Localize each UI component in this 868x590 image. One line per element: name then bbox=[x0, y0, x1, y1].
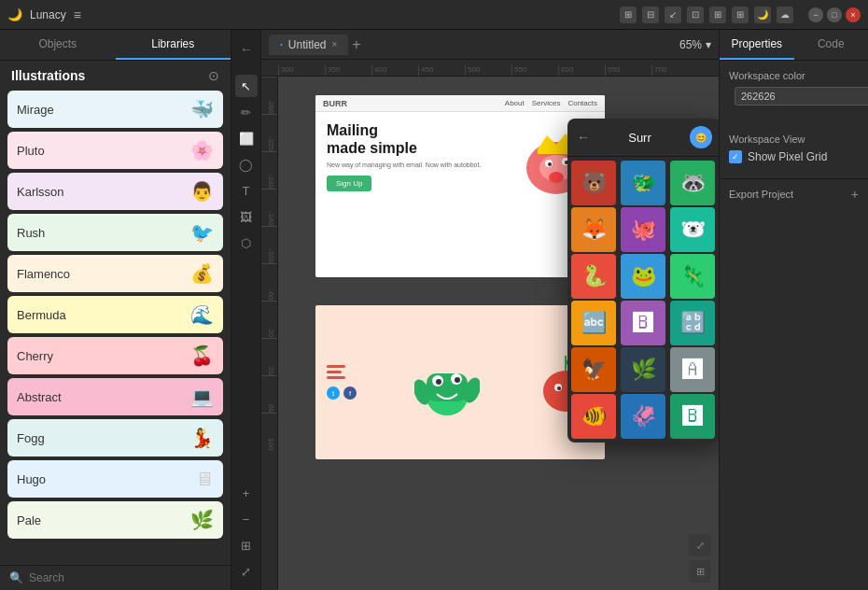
popup-back-button[interactable]: ← bbox=[577, 130, 590, 145]
popup-grid-item[interactable]: 🦑 bbox=[621, 394, 665, 439]
select-tool[interactable]: ↖ bbox=[235, 75, 258, 97]
frame-404[interactable]: 404 800×800 t bbox=[315, 305, 605, 459]
popup-grid-item[interactable]: 🅰 bbox=[670, 347, 715, 392]
hero-frame[interactable]: Hero 800×800 BURR About Services Contact… bbox=[315, 95, 605, 277]
image-tool[interactable]: 🖼 bbox=[235, 205, 258, 228]
grid-toggle[interactable]: ⊞ bbox=[235, 534, 258, 556]
ruler-vertical: -260 -220 -180 -140 -100 -60 -20 20 60 1… bbox=[261, 77, 278, 590]
canvas-tool-grid[interactable]: ⊞ bbox=[689, 560, 711, 583]
popup-grid-item[interactable]: 🐸 bbox=[621, 254, 665, 299]
popup-header: ← Surr 😊 bbox=[567, 119, 719, 157]
component-tool[interactable]: ⬡ bbox=[235, 232, 258, 254]
tab-objects[interactable]: Objects bbox=[0, 30, 116, 60]
popup-grid-item[interactable]: 🌿 bbox=[621, 347, 665, 392]
popup-grid-item[interactable]: 🐻‍❄️ bbox=[670, 207, 715, 252]
popup-grid-item[interactable]: 🔤 bbox=[571, 301, 616, 345]
popup-grid-item[interactable]: 🦅 bbox=[571, 347, 616, 392]
zoom-chevron-icon: ▾ bbox=[706, 38, 711, 51]
tab-code[interactable]: Code bbox=[794, 30, 869, 60]
ruler-v-mark: 20 bbox=[261, 338, 277, 375]
popup-grid-item[interactable]: 🐲 bbox=[621, 161, 665, 205]
show-pixel-grid-checkbox[interactable]: ✓ bbox=[729, 150, 742, 163]
window-maximize-button[interactable]: □ bbox=[827, 7, 842, 22]
frame-404-left: t f bbox=[327, 365, 357, 400]
add-tab-button[interactable]: + bbox=[352, 36, 360, 53]
tab-bar: • Untitled × + 65% ▾ bbox=[261, 30, 719, 60]
illustration-item[interactable]: Rush🐦 bbox=[7, 214, 223, 251]
illustration-item[interactable]: Pale🌿 bbox=[7, 501, 223, 539]
popup-grid-item[interactable]: 🦝 bbox=[670, 161, 715, 205]
toolbar-icon-6[interactable]: ⊞ bbox=[732, 7, 749, 23]
canvas-content[interactable]: Hero 800×800 BURR About Services Contact… bbox=[278, 77, 719, 590]
canvas-tab[interactable]: • Untitled × bbox=[269, 35, 348, 55]
zoom-in-button[interactable]: + bbox=[235, 482, 258, 504]
popup-grid-item[interactable]: 🐻 bbox=[571, 161, 616, 205]
zoom-value: 65% bbox=[679, 38, 702, 51]
export-add-button[interactable]: + bbox=[851, 187, 859, 202]
popup-grid-item[interactable]: 🔡 bbox=[670, 301, 715, 345]
zoom-control[interactable]: 65% ▾ bbox=[679, 38, 711, 51]
panel-header-icon[interactable]: ⊙ bbox=[208, 68, 219, 83]
search-input[interactable] bbox=[29, 571, 221, 584]
tab-properties[interactable]: Properties bbox=[720, 30, 794, 60]
popup-avatar: 😊 bbox=[690, 126, 712, 148]
back-button[interactable]: ← bbox=[235, 37, 258, 60]
show-pixel-grid-row: ✓ Show Pixel Grid bbox=[729, 150, 859, 163]
ruler-mark: 600 bbox=[558, 65, 605, 76]
illustration-item[interactable]: Flamenco💰 bbox=[7, 255, 223, 292]
window-close-button[interactable]: × bbox=[846, 7, 861, 22]
illustration-item[interactable]: Bermuda🌊 bbox=[7, 296, 223, 333]
illustration-item[interactable]: Hugo🖥 bbox=[7, 460, 223, 498]
hero-cta-button[interactable]: Sign Up bbox=[327, 176, 371, 191]
hero-title: Mailing made simple bbox=[327, 121, 519, 157]
popup-grid-item[interactable]: 🦎 bbox=[670, 254, 715, 299]
color-value-input[interactable] bbox=[735, 87, 868, 105]
popup-grid-item[interactable]: 🦊 bbox=[571, 207, 616, 252]
illustration-item[interactable]: Abstract💻 bbox=[7, 378, 223, 415]
popup-grid-item[interactable]: 🐙 bbox=[621, 207, 665, 252]
zoom-out-button[interactable]: − bbox=[235, 508, 258, 530]
toolbar-icon-2[interactable]: ⊟ bbox=[642, 7, 659, 23]
svg-point-7 bbox=[549, 172, 564, 183]
toolbar-icon-4[interactable]: ⊡ bbox=[687, 7, 704, 23]
tab-close-button[interactable]: × bbox=[332, 39, 338, 49]
search-icon: 🔍 bbox=[9, 571, 23, 584]
illustration-item[interactable]: Cherry🍒 bbox=[7, 337, 223, 374]
toolbar-icon-cloud[interactable]: ☁ bbox=[777, 7, 793, 23]
canvas-area: • Untitled × + 65% ▾ 300 350 400 450 500… bbox=[261, 30, 719, 590]
illustration-item[interactable]: Fogg💃 bbox=[7, 419, 223, 457]
illustration-item[interactable]: Pluto🌸 bbox=[7, 132, 223, 169]
ruler-mark: 400 bbox=[371, 65, 418, 76]
illustration-item[interactable]: Karlsson👨 bbox=[7, 173, 223, 210]
right-panel-tabs: Properties Code bbox=[720, 30, 868, 61]
pen-tool[interactable]: ✏ bbox=[235, 101, 258, 123]
rectangle-tool[interactable]: ⬜ bbox=[235, 127, 258, 149]
popup-grid-item[interactable]: 🐠 bbox=[571, 394, 616, 439]
text-tool[interactable]: T bbox=[235, 179, 258, 202]
ruler-mark: 350 bbox=[325, 65, 371, 76]
show-pixel-grid-label: Show Pixel Grid bbox=[748, 150, 827, 163]
toolbar-icon-dark[interactable]: 🌙 bbox=[754, 7, 771, 23]
popup-grid-item[interactable]: 🅱 bbox=[621, 301, 665, 345]
illustrations-title: Illustrations bbox=[11, 68, 85, 83]
ruler-mark: 500 bbox=[465, 65, 511, 76]
nav-link-services: Services bbox=[532, 99, 561, 107]
frame-404-center bbox=[414, 345, 480, 420]
tab-dot: • bbox=[280, 40, 283, 49]
ellipse-tool[interactable]: ◯ bbox=[235, 153, 258, 176]
toolbar-icon-5[interactable]: ⊞ bbox=[709, 7, 726, 23]
illustration-item[interactable]: Mirage🐳 bbox=[7, 91, 223, 128]
ruler-v-mark: -260 bbox=[261, 77, 277, 114]
canvas-tool-expand[interactable]: ⤢ bbox=[689, 534, 711, 556]
hero-content: Mailing made simple New way of managing … bbox=[315, 112, 605, 205]
window-minimize-button[interactable]: − bbox=[808, 7, 823, 22]
ruler-v-mark: -220 bbox=[261, 114, 277, 151]
popup-grid-item[interactable]: 🐍 bbox=[571, 254, 616, 299]
popup-grid-item[interactable]: 🅱 bbox=[670, 394, 715, 439]
tab-libraries[interactable]: Libraries bbox=[116, 30, 231, 60]
toolbar-icon-1[interactable]: ⊞ bbox=[620, 7, 637, 23]
ruler-mark: 450 bbox=[418, 65, 465, 76]
toolbar-icon-3[interactable]: ↙ bbox=[665, 7, 681, 23]
expand-icon[interactable]: ⤢ bbox=[235, 560, 258, 583]
menu-icon[interactable]: ≡ bbox=[74, 7, 81, 22]
